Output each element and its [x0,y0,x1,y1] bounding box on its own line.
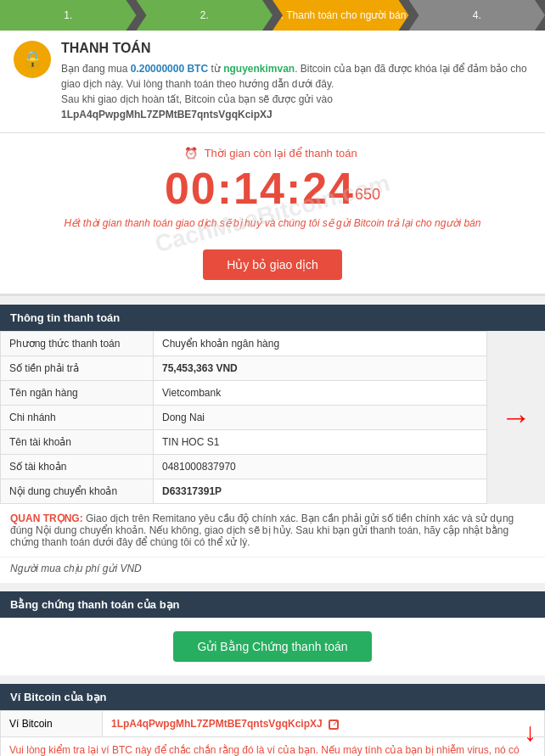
payment-table: Phương thức thanh toán Chuyển khoản ngân… [0,331,487,504]
evidence-btn-area: Gửi Bằng Chứng thanh toán [0,618,545,675]
page-title: THANH TOÁN [61,41,531,56]
branch-value: Dong Nai [154,406,487,430]
table-row: Phương thức thanh toán Chuyển khoản ngân… [1,332,487,356]
payment-info-container: Phương thức thanh toán Chuyển khoản ngân… [0,331,545,504]
evidence-header: Bằng chứng thanh toán của bạn [0,591,545,618]
amount-value: 75,453,363 VND [154,356,487,381]
wallet-label: Ví Bitcoin [1,711,103,737]
amount-label: Số tiền phải trả [1,356,154,381]
progress-step-1: 1. [0,0,137,31]
clock-icon: ⏰ [184,147,198,160]
payment-info-header: Thông tin thanh toán [0,305,545,331]
progress-bar: 1. 2. 3. Thanh toán cho người bán 4. [0,0,545,31]
account-number-value: 0481000837970 [154,455,487,479]
payment-method-label: Phương thức thanh toán [1,332,154,356]
progress-step-4: 4. [409,0,546,31]
account-number-label: Số tài khoản [1,455,154,479]
wallet-row: Ví Bitcoin 1LpA4qPwpgMhL7ZPMtBE7qntsVgqK… [1,711,545,737]
external-link-icon[interactable] [329,720,339,730]
wallet-table: Ví Bitcoin 1LpA4qPwpgMhL7ZPMtBE7qntsVgqK… [0,710,545,737]
right-arrow-icon: → [487,400,545,435]
timer-label: ⏰ Thời gian còn lại để thanh toán [14,147,531,160]
wallet-note: Vui lòng kiểm tra lại ví BTC này để chắc… [0,737,545,756]
wallet-arrow-icon: ↓ [524,718,537,747]
lock-icon: 🔒 [14,41,51,78]
wallet-section-header: Ví Bitcoin của bạn [0,684,545,710]
bank-name-value: Vietcombank [154,381,487,406]
table-row: Số tiền phải trả 75,453,363 VND [1,356,487,381]
transfer-content-value: D63317391P [154,479,487,504]
wallet-address-cell: 1LpA4qPwpgMhL7ZPMtBE7qntsVgqKcipXJ [103,711,545,737]
timer-section: CachMuaBitcoin.com ⏰ Thời gian còn lại đ… [0,133,545,296]
evidence-section: Gửi Bằng Chứng thanh toán [0,618,545,675]
account-name-label: Tên tài khoản [1,430,154,455]
timer-warning: Hết thời gian thanh toán giao dịch sẽ bị… [14,217,531,229]
wallet-section: Ví Bitcoin 1LpA4qPwpgMhL7ZPMtBE7qntsVgqK… [0,710,545,756]
payment-method-value: Chuyển khoản ngân hàng [154,332,487,356]
progress-step-2: 2. [137,0,273,31]
branch-label: Chi nhánh [1,406,154,430]
submit-evidence-button[interactable]: Gửi Bằng Chứng thanh toán [173,631,371,662]
transfer-content-label: Nội dung chuyển khoản [1,479,154,504]
cancel-button[interactable]: Hủy bỏ giao dịch [203,249,342,280]
table-row: Tên ngân hàng Vietcombank [1,381,487,406]
timer-display: 00:14:24650 [14,166,531,210]
table-row: Số tài khoản 0481000837970 [1,455,487,479]
header-area: 🔒 THANH TOÁN Bạn đang mua 0.20000000 BTC… [0,31,545,133]
table-row: Nội dung chuyển khoản D63317391P [1,479,487,504]
table-row: Tên tài khoản TIN HOC S1 [1,430,487,455]
header-description: Bạn đang mua 0.20000000 BTC từ nguyenkim… [61,61,531,92]
table-row: Chi nhánh Dong Nai [1,406,487,430]
account-name-value: TIN HOC S1 [154,430,487,455]
important-label: QUAN TRỌNG: [10,512,83,524]
header-text: THANH TOÁN Bạn đang mua 0.20000000 BTC t… [61,41,531,122]
bank-name-label: Tên ngân hàng [1,381,154,406]
header-wallet-line: Sau khi giao dịch hoàn tất, Bitcoin của … [61,92,531,122]
important-note: QUAN TRỌNG: Giao dịch trên Remitano yêu … [0,504,545,557]
buyer-note: Người mua chịu phí gửi VND [0,557,545,583]
progress-step-3: 3. Thanh toán cho người bán [272,0,409,31]
wallet-address[interactable]: 1LpA4qPwpgMhL7ZPMtBE7qntsVgqKcipXJ [111,718,323,730]
